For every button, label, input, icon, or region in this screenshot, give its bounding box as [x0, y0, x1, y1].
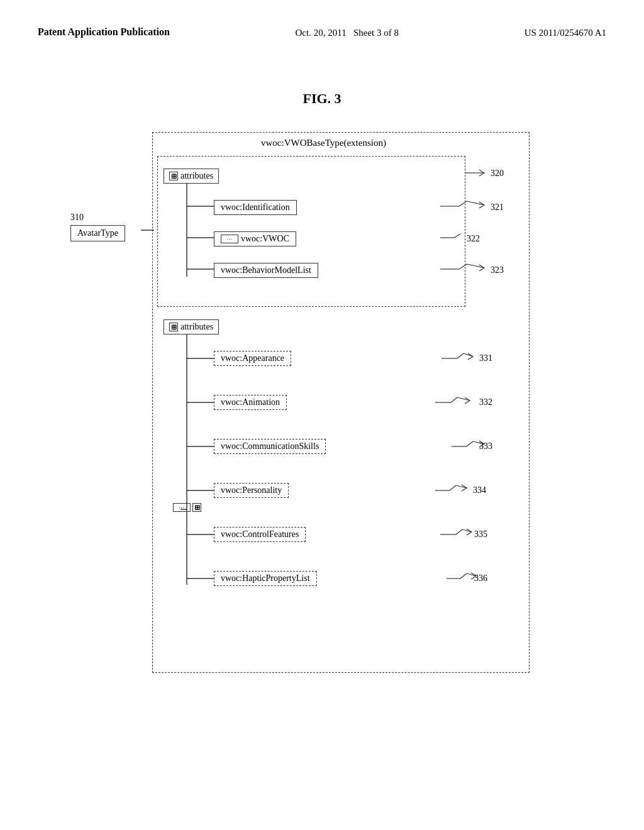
header-left: Patent Application Publication: [38, 25, 170, 39]
label-332: 332: [479, 397, 492, 407]
date-label: Oct. 20, 2011: [296, 28, 347, 38]
sheet-label: Sheet 3 of 8: [353, 28, 399, 38]
vwoc-vwoc-box: ··· vwoc:VWOC: [214, 231, 296, 246]
page-header: Patent Application Publication Oct. 20, …: [0, 0, 644, 53]
attributes-lower-label: attributes: [180, 322, 213, 332]
label-334: 334: [473, 485, 486, 495]
vwoc-animation-box: vwoc:Animation: [214, 395, 287, 410]
dots-box-lower: ··· ⊞: [173, 503, 201, 512]
diagram-area: vwoc:VWOBaseType(extension) 310 AvatarTy…: [52, 132, 592, 698]
label-310: 310: [70, 213, 84, 223]
main-box-label: vwoc:VWOBaseType(extension): [258, 138, 389, 148]
label-336: 336: [474, 573, 487, 584]
vwoc-personality-box: vwoc:Personality: [214, 483, 289, 498]
label-333: 333: [479, 441, 492, 451]
figure-title: FIG. 3: [0, 91, 644, 107]
attributes-box-lower: ⊞ attributes: [164, 319, 219, 335]
header-center: Oct. 20, 2011 Sheet 3 of 8: [296, 25, 399, 40]
plus-icon-lower-dots: ⊞: [192, 503, 201, 512]
avatar-type-box: AvatarType: [70, 225, 125, 241]
vwoc-appearance-box: vwoc:Appearance: [214, 351, 291, 366]
label-331: 331: [479, 353, 492, 363]
vwoc-identification-box: vwoc:Identification: [214, 200, 297, 215]
plus-icon-lower: ⊞: [169, 323, 178, 331]
patent-number: US 2011/0254670 A1: [525, 28, 606, 38]
vwoc-comm-box: vwoc:CommunicationSkills: [214, 439, 326, 454]
attributes-upper-label: attributes: [180, 171, 213, 181]
dots-icon-vwoc: ···: [221, 235, 238, 243]
label-322: 322: [467, 234, 480, 244]
publication-label: Patent Application Publication: [38, 26, 170, 37]
label-320: 320: [491, 169, 504, 179]
vwoc-haptic-box: vwoc:HapticPropertyList: [214, 571, 317, 586]
vwoc-behavior-box: vwoc:BehaviorModelList: [214, 263, 318, 278]
label-323: 323: [491, 265, 504, 275]
dots-icon-lower: ···: [173, 503, 191, 512]
attributes-box-upper: ⊞ attributes: [164, 169, 219, 184]
header-right: US 2011/0254670 A1: [525, 25, 606, 40]
label-335: 335: [474, 529, 487, 540]
vwoc-control-box: vwoc:ControlFeatures: [214, 527, 306, 542]
label-321: 321: [491, 202, 504, 213]
plus-icon-upper: ⊞: [169, 172, 178, 180]
